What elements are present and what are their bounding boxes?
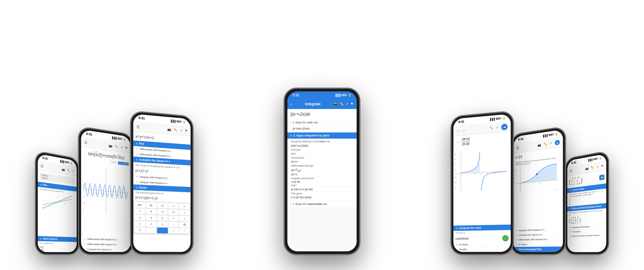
calc-undo-3[interactable]: ↩ [168,203,179,209]
pencil-icon-4[interactable]: ✏️ [340,102,344,106]
calc-lp-3[interactable]: ( [179,209,190,215]
int-second-formula2-4: v=eˣ [291,184,354,187]
pencil-icon-7[interactable]: ✏️ [591,166,594,170]
pencil-icon-3[interactable]: ✏️ [174,128,177,132]
calc-5-3[interactable]: 5 [146,215,157,221]
integral-formula: ∫(eˣ+2x)dx [291,112,353,117]
calc-4-3[interactable]: 4 [134,215,145,221]
pencil-icon-6[interactable]: ✏️ [544,142,547,146]
phone-1-content: 9:41 ▐▐▐ WiFi 🔋 ☰ 📷 ✏️ ✓ [38,154,77,252]
solve-badge-7[interactable]: ⚡ [599,174,604,180]
calc-minus-3[interactable]: - [168,221,179,227]
back-button-4[interactable]: ‹ [291,101,292,107]
phone-6-screen: 9:41 ▐▐▐WiFi🔋 ☰ 📷 ✏️ ✓ ☁ [513,129,563,252]
calc-8-3[interactable]: 8 [146,208,157,215]
phone-1: 9:41 ▐▐▐ WiFi 🔋 ☰ 📷 ✏️ ✓ [36,151,78,254]
check-icon-3[interactable]: ✓ [180,128,182,132]
calc-9-3[interactable]: 9 [157,209,168,215]
plot-step-label-3: Plot [139,142,144,145]
calc-1-3[interactable]: 1 [134,221,145,227]
time-4: 2:12 [293,93,299,97]
menu-icon-7[interactable]: ☰ [570,169,572,173]
calc-row-4-3: 1 2 3 - ⌫ [134,221,190,228]
phone-7-screen: 9:41 ▐▐▐WiFi🔋 ☰ 📷 ✏️ ✓ ⚑ [567,154,606,252]
check-icon-2[interactable]: ✓ [121,145,123,149]
of-values-6[interactable]: of Values [513,241,563,247]
steps-6: Integrate With Respect to x Complete the… [513,227,563,252]
calc-abc-3[interactable]: abc [134,202,145,208]
phone-6-content: 9:41 ▐▐▐WiFi🔋 ☰ 📷 ✏️ ✓ ☁ [513,129,563,252]
pencil-icon-2[interactable]: ✏️ [115,144,118,148]
calc-2-3[interactable]: 2 [146,221,157,227]
flag-icon-3[interactable]: ⚑ [185,129,188,132]
diff-first-formula-4: du=d/dxx [291,168,354,173]
calc-div-3[interactable]: ÷ [179,228,190,234]
second-part-label-4: Second part [291,156,354,160]
flag-icon-7[interactable]: ⚑ [601,164,604,168]
camera-icon-6[interactable]: 📷 [537,143,541,147]
calc-plus-3[interactable]: + [168,228,179,233]
flag-icon-4[interactable]: ⚑ [350,102,353,106]
svg-text:4: 4 [480,173,482,175]
check-icon-5[interactable]: ✓ [496,126,499,130]
check-icon-7[interactable]: ✓ [596,165,599,168]
arrow-left-5[interactable]: ← [456,128,460,133]
steps-list-3: ∧ Plot ✓ Differentiate With Respect to y… [133,140,190,166]
flag-icon-2[interactable]: ⚑ [125,146,128,150]
calc-redo-3[interactable]: ↪ [179,203,190,209]
svg-text:10: 10 [539,182,541,184]
cloud-icon-5[interactable]: ☁ [501,123,508,130]
check-icon-6[interactable]: ✓ [550,141,552,145]
step-1-header-4[interactable]: › 1. Apply the sum rule [287,119,357,126]
camera-icon-2[interactable]: 📷 [109,144,112,148]
menu-icon-6[interactable]: ☰ [516,146,519,150]
calc-fx-3[interactable]: f|Σ [146,202,157,208]
svg-text:-32: -32 [454,176,456,178]
menu-icon-1[interactable]: ☰ [40,164,43,168]
trig-steps: ✓ Differentiate With Respect to y ✓ Diff… [81,236,130,252]
calc-row-3-3: 4 5 6 × ) [134,215,190,221]
check-icon-1[interactable]: ✓ [72,169,74,173]
calc-rp-3[interactable]: ) [179,216,190,221]
step-2-header-4[interactable]: ∨ 2. Apply integration by parts [287,132,357,139]
step-diff-x-2[interactable]: ✓ Differentiate With Respect to x [81,241,130,247]
calc-dot-3[interactable]: . [146,227,157,233]
step-1-formula-4: ∫eˣxdx+∫2xdx [287,126,357,132]
svg-line-7 [42,193,72,211]
calc-enter-3[interactable]: = [157,228,168,233]
menu-icon-2[interactable]: ☰ [84,140,87,144]
camera-icon-1[interactable]: 📷 [62,167,65,171]
step-complete-sq-2[interactable]: ✓ Complete the Square in x [81,247,130,252]
phone-3-wrapper: 9:41 ▐▐▐WiFi🔋 ☰ 📷 ✏️ ✓ ⚑ [131,111,193,254]
int-second-label-4: Integrate second part [291,176,354,180]
calc-7-3[interactable]: 7 [134,208,145,214]
first-part-label-4: First part [291,148,354,152]
step-3-header-4[interactable]: › 3. Apply the exponential rule [287,201,357,207]
calc-mul-3[interactable]: × [168,215,179,221]
simplify-5[interactable]: Simplify [453,247,511,252]
calc-3-3[interactable]: 3 [157,221,168,227]
camera-icon-7[interactable]: 📷 [585,167,589,170]
calc-del-3[interactable]: ⌫ [179,222,190,228]
calc-6-3[interactable]: 6 [157,215,168,221]
svg-text:2: 2 [82,173,83,175]
cloud-icon-6[interactable]: ☁ [555,139,560,145]
camera-icon-4[interactable]: 📷 [333,102,337,106]
table-of-values-5[interactable]: of Values [453,242,511,247]
svg-line-11 [84,189,127,193]
svg-text:200: 200 [117,194,120,196]
svg-text:128: 128 [514,170,516,172]
svg-text:64: 64 [514,178,516,179]
pencil-icon-5[interactable]: ✏️ [490,126,494,130]
pencil-icon-1[interactable]: ✏️ [67,168,70,172]
annotated-plot-6[interactable]: ∧ View Annotated Plot [513,247,563,252]
phone-5-content: 9:41 ▐▐▐WiFi🔋 ← → ✏️ ✓ ☁ [453,114,511,252]
check-icon-4[interactable]: ✓ [346,102,348,106]
calc-0-3[interactable]: 0 [134,227,145,233]
camera-icon-3[interactable]: 📷 [167,127,171,131]
calc-bracket-3[interactable]: [·] [157,203,168,209]
arrow-right-5[interactable]: → [462,128,465,132]
menu-icon-3[interactable]: ☰ [136,124,140,129]
signal-3: ▐▐▐WiFi🔋 [170,119,186,124]
calc-sqrt-3[interactable]: √x [168,209,179,215]
